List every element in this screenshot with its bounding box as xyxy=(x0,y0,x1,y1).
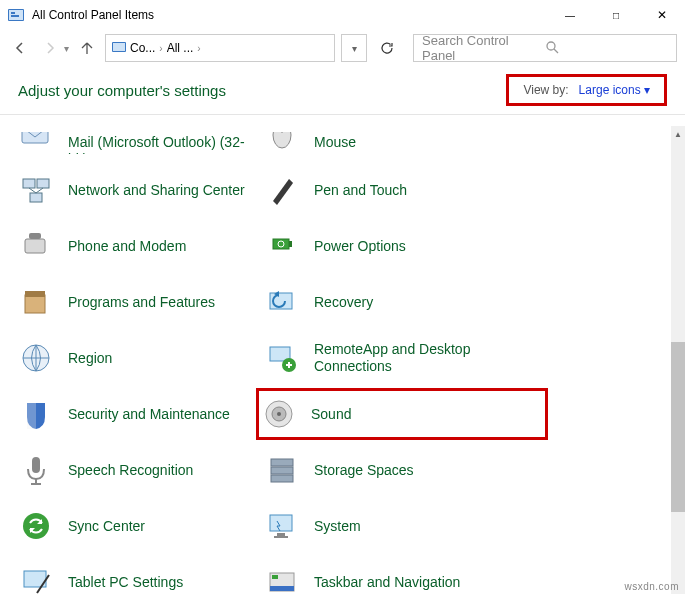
storage-icon xyxy=(264,452,300,488)
item-mail[interactable]: Mail (Microsoft Outlook) (32-bit) xyxy=(14,132,260,154)
close-button[interactable]: ✕ xyxy=(639,0,685,30)
item-sound-highlight[interactable]: Sound xyxy=(256,388,548,440)
breadcrumb-2[interactable]: All ... xyxy=(167,41,194,55)
item-sync[interactable]: Sync Center xyxy=(14,506,260,546)
svg-rect-14 xyxy=(25,239,45,253)
pen-icon xyxy=(264,172,300,208)
recovery-icon xyxy=(264,284,300,320)
item-power[interactable]: Power Options xyxy=(260,226,506,266)
svg-rect-12 xyxy=(37,179,49,188)
search-placeholder: Search Control Panel xyxy=(422,33,545,63)
svg-line-7 xyxy=(554,49,558,53)
svg-point-9 xyxy=(273,132,291,148)
svg-rect-32 xyxy=(271,459,293,466)
item-programs[interactable]: Programs and Features xyxy=(14,282,260,322)
item-network[interactable]: Network and Sharing Center xyxy=(14,170,260,210)
nav-toolbar: ▾ Co... › All ... › ▾ Search Control Pan… xyxy=(0,30,685,66)
forward-button[interactable] xyxy=(38,36,62,60)
item-tablet[interactable]: Tablet PC Settings xyxy=(14,562,260,594)
item-remote[interactable]: RemoteApp and Desktop Connections xyxy=(260,338,506,378)
breadcrumb-sep: › xyxy=(197,43,200,54)
network-icon xyxy=(18,172,54,208)
scrollbar[interactable]: ▲ xyxy=(671,126,685,594)
item-phone[interactable]: Phone and Modem xyxy=(14,226,260,266)
address-dropdown[interactable]: ▾ xyxy=(341,34,367,62)
breadcrumb-1[interactable]: Co... xyxy=(130,41,155,55)
sound-icon xyxy=(261,396,297,432)
minimize-button[interactable]: — xyxy=(547,0,593,30)
svg-rect-33 xyxy=(271,467,293,474)
view-by-label: View by: xyxy=(523,83,568,97)
programs-icon xyxy=(18,284,54,320)
divider xyxy=(0,114,685,115)
watermark: wsxdn.com xyxy=(624,581,679,592)
svg-rect-37 xyxy=(277,533,285,536)
taskbar-icon xyxy=(264,564,300,594)
region-icon xyxy=(18,340,54,376)
svg-rect-29 xyxy=(32,457,40,473)
title-bar: All Control Panel Items — □ ✕ xyxy=(0,0,685,30)
mouse-icon xyxy=(264,132,300,152)
item-speech[interactable]: Speech Recognition xyxy=(14,450,260,490)
svg-rect-38 xyxy=(274,536,288,538)
item-system[interactable]: System xyxy=(260,506,506,546)
address-bar[interactable]: Co... › All ... › xyxy=(105,34,335,62)
scroll-up[interactable]: ▲ xyxy=(671,126,685,142)
item-region[interactable]: Region xyxy=(14,338,260,378)
item-pen[interactable]: Pen and Touch xyxy=(260,170,506,210)
sync-icon xyxy=(18,508,54,544)
item-recovery[interactable]: Recovery xyxy=(260,282,506,322)
item-security[interactable]: Security and Maintenance xyxy=(14,394,260,434)
view-by-highlight: View by: Large icons ▾ xyxy=(506,74,667,106)
svg-point-35 xyxy=(23,513,49,539)
svg-rect-3 xyxy=(11,15,19,17)
tablet-icon xyxy=(18,564,54,594)
scroll-thumb[interactable] xyxy=(671,342,685,512)
svg-rect-34 xyxy=(271,475,293,482)
svg-rect-36 xyxy=(270,515,292,531)
svg-rect-25 xyxy=(27,403,36,429)
history-dropdown[interactable]: ▾ xyxy=(64,43,69,54)
up-button[interactable] xyxy=(75,36,99,60)
mail-icon xyxy=(18,132,54,152)
svg-point-6 xyxy=(547,42,555,50)
sub-header: Adjust your computer's settings View by:… xyxy=(0,66,685,114)
search-input[interactable]: Search Control Panel xyxy=(413,34,677,62)
view-by-dropdown[interactable]: Large icons ▾ xyxy=(579,83,650,97)
svg-rect-19 xyxy=(25,295,45,313)
item-storage[interactable]: Storage Spaces xyxy=(260,450,506,490)
breadcrumb-sep: › xyxy=(159,43,162,54)
item-mouse[interactable]: Mouse xyxy=(260,132,506,154)
control-panel-icon xyxy=(8,7,24,23)
svg-rect-2 xyxy=(11,12,15,14)
remote-icon xyxy=(264,340,300,376)
svg-rect-13 xyxy=(30,193,42,202)
phone-icon xyxy=(18,228,54,264)
maximize-button[interactable]: □ xyxy=(593,0,639,30)
svg-rect-5 xyxy=(113,43,125,51)
svg-rect-11 xyxy=(23,179,35,188)
refresh-button[interactable] xyxy=(373,34,401,62)
back-button[interactable] xyxy=(8,36,32,60)
item-taskbar[interactable]: Taskbar and Navigation xyxy=(260,562,506,594)
svg-rect-41 xyxy=(270,586,294,591)
svg-rect-15 xyxy=(29,233,41,239)
content-pane: Mail (Microsoft Outlook) (32-bit) Mouse … xyxy=(0,126,671,594)
speech-icon xyxy=(18,452,54,488)
window-title: All Control Panel Items xyxy=(32,8,547,22)
search-icon xyxy=(545,40,668,57)
svg-point-28 xyxy=(277,412,281,416)
security-icon xyxy=(18,396,54,432)
settings-heading: Adjust your computer's settings xyxy=(18,82,506,99)
system-icon xyxy=(264,508,300,544)
svg-rect-17 xyxy=(289,241,292,247)
svg-rect-42 xyxy=(272,575,278,579)
control-panel-icon xyxy=(112,40,126,57)
svg-rect-20 xyxy=(25,291,45,297)
power-icon xyxy=(264,228,300,264)
